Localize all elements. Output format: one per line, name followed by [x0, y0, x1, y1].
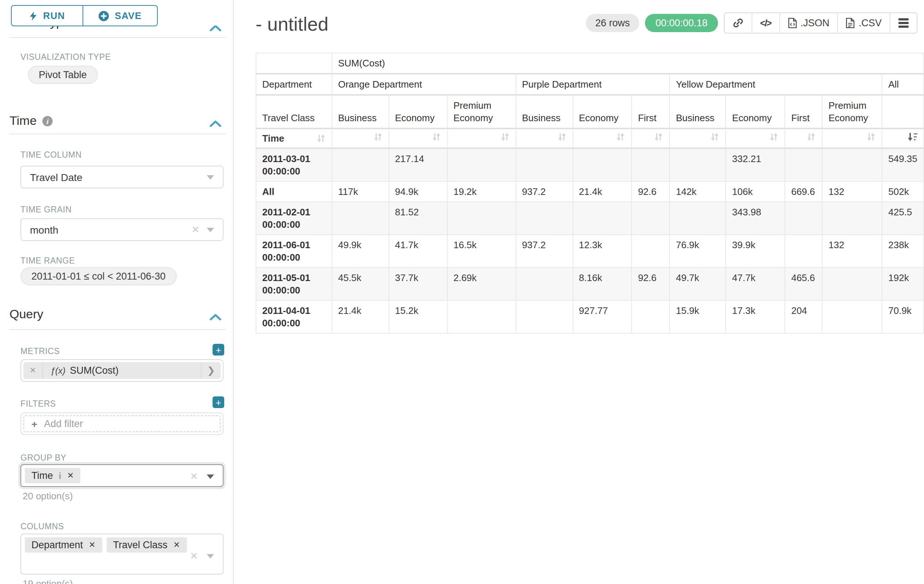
selected-value-chip[interactable]: Department✕ [25, 537, 102, 553]
value-cell: 12.3k [573, 235, 632, 268]
value-cell [670, 148, 726, 181]
table-row: DepartmentOrange DepartmentPurple Depart… [256, 74, 924, 95]
value-cell: 21.4k [332, 300, 389, 333]
corner-cell [256, 53, 332, 74]
filters-label: FILTERS [20, 399, 56, 408]
table-row: Travel ClassBusinessEconomyPremium Econo… [256, 95, 924, 128]
copy-link-button[interactable] [724, 13, 751, 33]
run-button[interactable]: RUN [11, 5, 83, 26]
time-collapse-chevron-icon[interactable] [210, 117, 221, 130]
value-cell: 465.6 [785, 268, 822, 300]
sort-icon[interactable] [866, 132, 876, 141]
clear-icon[interactable]: ✕ [190, 471, 198, 482]
visualization-type-pill[interactable]: Pivot Table [28, 66, 98, 84]
save-button-label: SAVE [115, 10, 142, 21]
sort-icon[interactable] [431, 132, 441, 141]
travel-class-header: First [632, 95, 670, 128]
time-column-value: Travel Date [21, 171, 207, 183]
time-column-select[interactable]: Travel Date [20, 166, 223, 188]
remove-chip-icon[interactable]: ✕ [67, 471, 74, 480]
value-cell: 94.9k [389, 181, 447, 202]
travel-class-header: First [785, 95, 822, 128]
value-cell [822, 148, 882, 181]
add-metric-button[interactable]: + [213, 344, 224, 355]
export-csv-button[interactable]: .CSV [837, 13, 890, 33]
export-json-label: .JSON [800, 18, 829, 28]
chart-title[interactable]: - untitled [256, 13, 328, 36]
group-by-label: GROUP BY [20, 453, 66, 462]
add-filter-button[interactable]: + Add filter [23, 415, 221, 432]
plus-icon: + [31, 418, 37, 429]
chevron-right-icon[interactable]: ❯ [201, 362, 221, 379]
sort-icon[interactable] [654, 132, 663, 141]
clear-icon[interactable]: ✕ [191, 224, 200, 235]
columns-select[interactable]: Department✕Travel Class✕ ✕ [20, 534, 223, 574]
value-cell: 142k [670, 181, 726, 202]
sort-icon[interactable] [807, 132, 816, 141]
value-cell: 76.9k [670, 235, 726, 268]
travel-class-header: Business [670, 95, 726, 128]
value-cell [332, 202, 389, 235]
add-filter-plus-button[interactable]: + [213, 396, 224, 408]
sort-icon[interactable] [557, 132, 566, 141]
value-cell: 425.5 [882, 202, 924, 235]
add-filter-label: Add filter [44, 418, 83, 429]
save-button[interactable]: SAVE [83, 5, 158, 26]
sort-icon[interactable] [316, 133, 326, 143]
value-cell [573, 148, 632, 181]
value-cell: 937.2 [516, 235, 573, 268]
time-range-pill[interactable]: 2011-01-01 ≤ col < 2011-06-30 [20, 267, 177, 285]
remove-chip-icon[interactable]: ✕ [89, 540, 95, 550]
selected-value-chip[interactable]: Timei✕ [25, 468, 80, 483]
time-grain-select[interactable]: month ✕ [20, 218, 223, 241]
remove-chip-icon[interactable]: ✕ [173, 540, 180, 550]
lightning-icon [29, 11, 37, 21]
metric-chip[interactable]: ✕ ƒ(x) SUM(Cost) ❯ [23, 362, 221, 379]
code-icon: </> [760, 18, 771, 28]
export-csv-label: .CSV [859, 18, 882, 28]
chip-label: Travel Class [113, 540, 168, 550]
row-key-cell: 2011-02-01 00:00:00 [256, 202, 332, 235]
value-cell: 92.6 [632, 181, 670, 202]
sort-cell [447, 128, 516, 148]
travel-class-header: Economy [573, 95, 632, 128]
time-section-heading: Time i [10, 114, 53, 128]
value-cell: 343.98 [726, 202, 785, 235]
value-cell: 117k [332, 181, 389, 202]
sort-desc-active-icon[interactable] [907, 132, 917, 141]
value-cell [516, 148, 573, 181]
travel-class-header: Premium Economy [447, 95, 516, 128]
department-group-header: Yellow Department [670, 74, 882, 95]
sort-icon[interactable] [616, 132, 625, 141]
file-csv-icon [846, 18, 855, 28]
selected-value-chip[interactable]: Travel Class✕ [107, 537, 186, 553]
value-cell [785, 235, 822, 268]
row-key-cell: All [256, 181, 332, 202]
table-row: 2011-06-01 00:00:0049.9k41.7k16.5k937.21… [256, 235, 924, 268]
value-cell: 238k [882, 235, 924, 268]
value-cell [632, 148, 670, 181]
travel-class-header: Economy [726, 95, 785, 128]
value-cell [632, 235, 670, 268]
value-cell [822, 202, 882, 235]
value-cell: 45.5k [332, 268, 389, 300]
value-cell [447, 300, 516, 333]
value-cell [332, 148, 389, 181]
group-by-select[interactable]: Timei✕ ✕ [20, 464, 223, 487]
sort-icon[interactable] [769, 132, 779, 141]
export-json-button[interactable]: .JSON [779, 13, 837, 33]
chart-menu-button[interactable] [890, 13, 917, 33]
department-group-header: Purple Department [516, 74, 670, 95]
section-divider [10, 329, 226, 330]
query-collapse-chevron-icon[interactable] [210, 310, 221, 323]
sort-icon[interactable] [500, 132, 510, 141]
table-row: 2011-05-01 00:00:0045.5k37.7k2.69k8.16k9… [256, 268, 924, 300]
value-cell: 204 [785, 300, 822, 333]
remove-metric-icon[interactable]: ✕ [23, 362, 43, 379]
clear-icon[interactable]: ✕ [190, 550, 198, 561]
link-icon [732, 18, 743, 28]
sort-icon[interactable] [710, 132, 720, 141]
embed-code-button[interactable]: </> [751, 13, 779, 33]
table-row: SUM(Cost) [256, 53, 924, 74]
sort-icon[interactable] [373, 132, 383, 141]
